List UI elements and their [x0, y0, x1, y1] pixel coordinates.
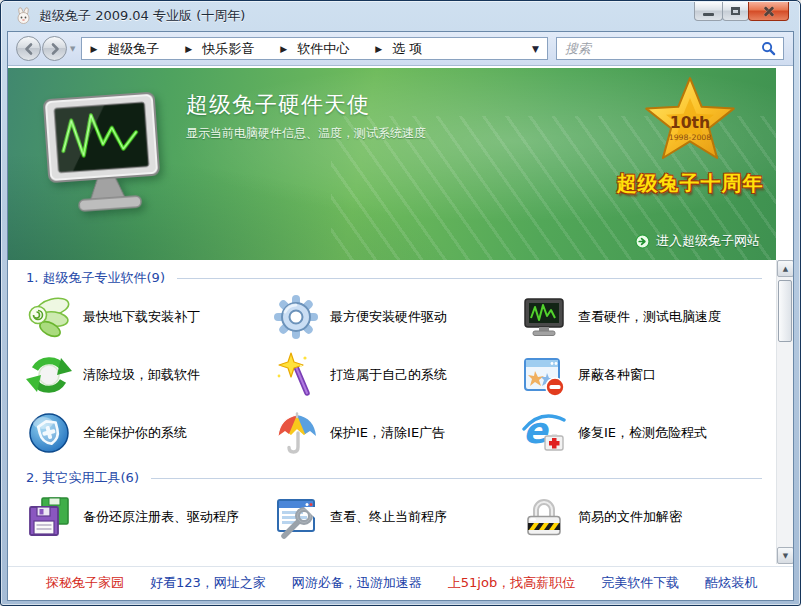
item-check-hardware[interactable]: 查看硬件，测试电脑速度: [521, 288, 776, 346]
content-area: 超级兔子硬件天使 显示当前电脑硬件信息、温度，测试系统速度: [8, 66, 793, 566]
monitor-banner-icon: [33, 87, 182, 230]
padlock-icon: [521, 494, 567, 540]
section-title: 1. 超级兔子专业软件(9): [26, 269, 165, 287]
item-label: 最快地下载安装补丁: [83, 308, 200, 326]
breadcrumb-item-media[interactable]: ▶ 快乐影音: [185, 40, 254, 58]
section-rule: [177, 278, 762, 279]
badge-10th-text: 10th: [670, 115, 710, 133]
item-label: 最方便安装硬件驱动: [330, 308, 447, 326]
enter-website-label[interactable]: 进入超级兔子网站: [656, 232, 760, 250]
minimize-icon: [703, 13, 714, 16]
search-icon: [761, 41, 776, 56]
recycle-arrows-icon: [26, 352, 72, 398]
item-clean-uninstall[interactable]: 清除垃圾，卸载软件: [26, 346, 273, 404]
software-list: 1. 超级兔子专业软件(9) 最快地下载安装补丁: [8, 260, 776, 566]
forward-arrow-icon: [48, 42, 62, 56]
search-box[interactable]: [556, 37, 784, 60]
item-label: 保护IE，清除IE广告: [330, 424, 445, 442]
maximize-icon: [731, 7, 740, 15]
scroll-up-button[interactable]: ▲: [777, 260, 794, 277]
window-title: 超级兔子 2009.04 专业版 (十周年): [39, 7, 245, 25]
badge-years-text: 1998-2008: [669, 133, 712, 142]
anniversary-badge: 10th 1998-2008 超级兔子十周年: [606, 74, 774, 197]
footer-link-haokan123[interactable]: 好看123，网址之家: [150, 574, 266, 592]
anniversary-star-icon: 10th 1998-2008: [615, 74, 765, 166]
scrollbar-thumb[interactable]: [778, 280, 792, 342]
scroll-down-button[interactable]: ▼: [777, 547, 794, 564]
blocked-window-icon: [521, 352, 567, 398]
item-process-manager[interactable]: 查看、终止当前程序: [273, 488, 521, 546]
titlebar[interactable]: 超级兔子 2009.04 专业版 (十周年): [7, 1, 794, 31]
close-icon: [762, 4, 776, 18]
hardware-monitor-icon: [521, 294, 567, 340]
section-rule: [151, 478, 762, 479]
footer-link-bar: 探秘兔子家园 好看123，网址之家 网游必备，迅游加速器 上51job，找高薪职…: [8, 566, 793, 599]
close-button[interactable]: [748, 2, 789, 21]
scroll-down-icon: ▼: [783, 552, 788, 560]
gear-icon: [273, 294, 319, 340]
wing-icon: [26, 294, 72, 340]
footer-link-51job[interactable]: 上51job，找高薪职位: [448, 574, 575, 592]
breadcrumb-item-home[interactable]: ▶ 超级兔子: [90, 40, 159, 58]
breadcrumb-item-software-center[interactable]: ▶ 软件中心: [280, 40, 349, 58]
navigation-bar: ▼ ▶ 超级兔子 ▶ 快乐影音 ▶ 软件中心 ▶ 选 项 ▼: [8, 32, 793, 66]
item-label: 全能保护你的系统: [83, 424, 187, 442]
enter-website-link[interactable]: 进入超级兔子网站: [635, 232, 760, 250]
process-wrench-icon: [273, 494, 319, 540]
footer-link-rabbit-home[interactable]: 探秘兔子家园: [46, 574, 124, 592]
item-install-drivers[interactable]: 最方便安装硬件驱动: [273, 288, 521, 346]
item-label: 备份还原注册表、驱动程序: [83, 508, 239, 526]
umbrella-icon: [273, 410, 319, 456]
item-block-popups[interactable]: 屏蔽各种窗口: [521, 346, 776, 404]
breadcrumb[interactable]: ▶ 超级兔子 ▶ 快乐影音 ▶ 软件中心 ▶ 选 项 ▼: [81, 37, 548, 60]
breadcrumb-dropdown-icon[interactable]: ▼: [532, 44, 539, 54]
search-input[interactable]: [563, 40, 759, 57]
item-label: 修复IE，检测危险程式: [578, 424, 707, 442]
maximize-button[interactable]: [722, 2, 749, 21]
item-label: 查看、终止当前程序: [330, 508, 447, 526]
search-button[interactable]: [759, 40, 777, 58]
item-repair-ie[interactable]: e 修复IE，检测危险程式: [521, 404, 776, 462]
minimize-button[interactable]: [694, 2, 723, 21]
item-backup-registry[interactable]: 备份还原注册表、驱动程序: [26, 488, 273, 546]
breadcrumb-label[interactable]: 快乐影音: [202, 40, 254, 58]
breadcrumb-label[interactable]: 选 项: [392, 40, 422, 58]
breadcrumb-label[interactable]: 软件中心: [297, 40, 349, 58]
section-1-grid: 最快地下载安装补丁: [8, 288, 776, 462]
client-area: ▼ ▶ 超级兔子 ▶ 快乐影音 ▶ 软件中心 ▶ 选 项 ▼: [7, 31, 794, 601]
section-title: 2. 其它实用工具(6): [26, 469, 139, 487]
breadcrumb-separator-icon: ▶: [90, 44, 97, 54]
item-protect-ie[interactable]: 保护IE，清除IE广告: [273, 404, 521, 462]
item-label: 简易的文件加解密: [578, 508, 682, 526]
history-dropdown-icon[interactable]: ▼: [70, 45, 75, 53]
footer-link-cool-install[interactable]: 酷炫装机: [705, 574, 757, 592]
item-file-encrypt[interactable]: 简易的文件加解密: [521, 488, 776, 546]
banner-text: 超级兔子硬件天使 显示当前电脑硬件信息、温度，测试系统速度: [186, 90, 426, 142]
breadcrumb-separator-icon: ▶: [185, 44, 192, 54]
green-arrow-icon: [635, 234, 650, 249]
item-customize-system[interactable]: 打造属于自己的系统: [273, 346, 521, 404]
shield-globe-icon: [26, 410, 72, 456]
scrollbar[interactable]: ▲ ▼: [776, 260, 793, 564]
back-button[interactable]: [16, 36, 41, 61]
rabbit-app-icon: [15, 7, 33, 25]
banner-title: 超级兔子硬件天使: [186, 90, 426, 120]
forward-button[interactable]: [42, 36, 67, 61]
item-label: 查看硬件，测试电脑速度: [578, 308, 721, 326]
hardware-angel-banner: 超级兔子硬件天使 显示当前电脑硬件信息、温度，测试系统速度: [8, 68, 776, 260]
footer-link-perfect-soft[interactable]: 完美软件下载: [601, 574, 679, 592]
breadcrumb-label[interactable]: 超级兔子: [107, 40, 159, 58]
breadcrumb-separator-icon: ▶: [280, 44, 287, 54]
item-download-patches[interactable]: 最快地下载安装补丁: [26, 288, 273, 346]
item-label: 清除垃圾，卸载软件: [83, 366, 200, 384]
footer-link-xunyou[interactable]: 网游必备，迅游加速器: [292, 574, 422, 592]
floppy-disks-icon: [26, 494, 72, 540]
item-label: 打造属于自己的系统: [330, 366, 447, 384]
magic-wand-icon: [273, 352, 319, 398]
breadcrumb-item-options[interactable]: ▶ 选 项: [375, 40, 422, 58]
app-window: 超级兔子 2009.04 专业版 (十周年) ▼ ▶: [0, 0, 801, 606]
section-2-grid: 备份还原注册表、驱动程序: [8, 488, 776, 546]
banner-subtitle: 显示当前电脑硬件信息、温度，测试系统速度: [186, 125, 426, 142]
item-protect-system[interactable]: 全能保护你的系统: [26, 404, 273, 462]
window-controls: [695, 2, 789, 21]
